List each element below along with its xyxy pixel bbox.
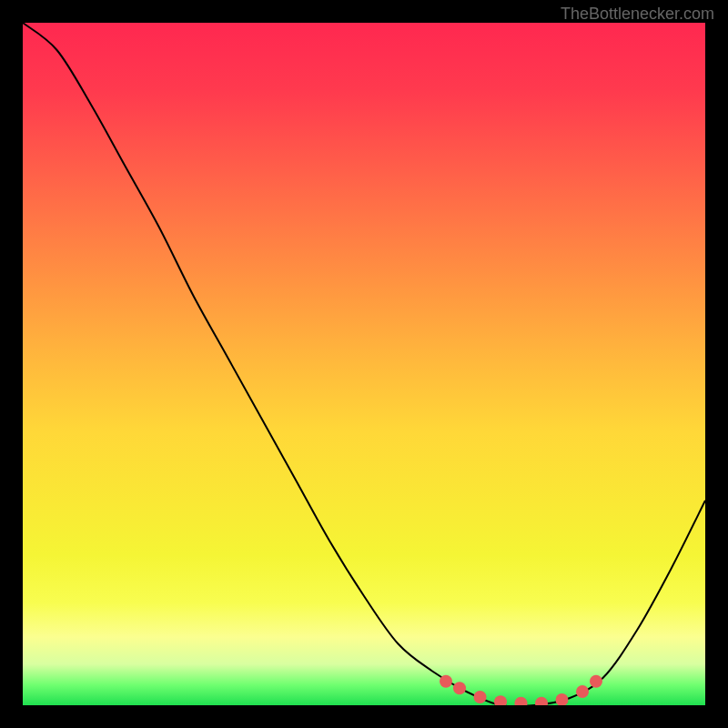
data-marker	[535, 697, 548, 705]
curve-svg	[23, 23, 705, 705]
data-marker	[515, 697, 528, 705]
data-marker	[556, 693, 569, 705]
data-markers	[440, 675, 602, 705]
watermark-text: TheBottlenecker.com	[561, 5, 714, 24]
chart-container	[23, 23, 705, 705]
data-marker	[494, 695, 507, 705]
bottleneck-curve	[23, 23, 705, 705]
data-marker	[440, 675, 452, 688]
data-marker	[576, 685, 589, 698]
data-marker	[474, 691, 487, 703]
data-marker	[453, 682, 466, 694]
data-marker	[590, 675, 602, 688]
